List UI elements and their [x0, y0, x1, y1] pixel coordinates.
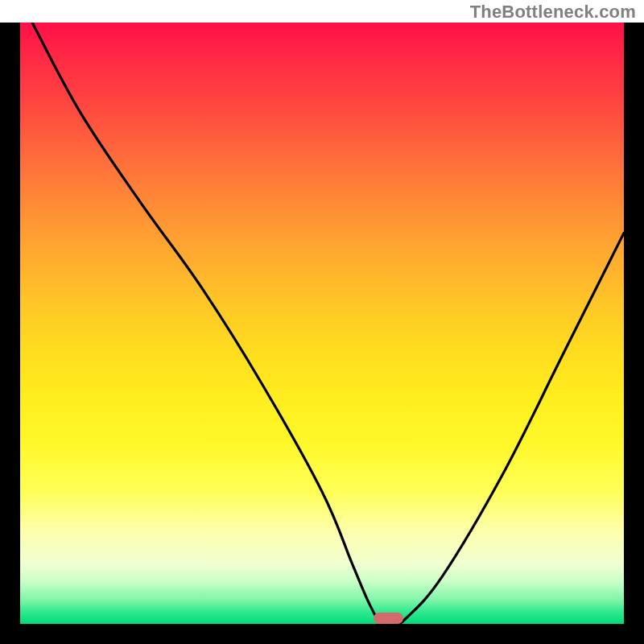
bottleneck-curve [20, 23, 624, 624]
sweet-spot-marker [374, 613, 404, 624]
watermark-text: TheBottleneck.com [470, 2, 636, 23]
chart-frame [0, 23, 644, 644]
plot-area [20, 23, 624, 624]
